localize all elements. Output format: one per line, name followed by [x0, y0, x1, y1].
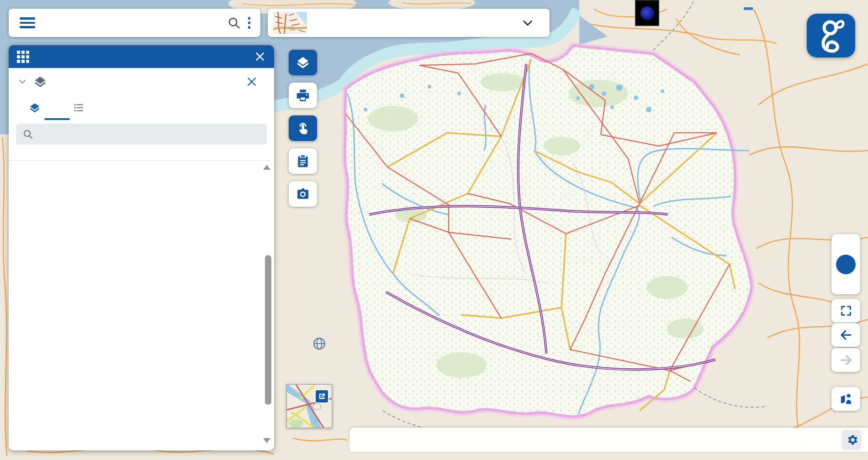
geoportal-watermark [744, 7, 753, 10]
search-icon [22, 129, 33, 140]
fullscreen-button[interactable] [831, 299, 860, 323]
gear-icon [845, 434, 858, 446]
geoportal-logo[interactable] [807, 14, 855, 58]
scrollbar-thumb[interactable] [265, 255, 271, 405]
map-toolbar [289, 50, 317, 207]
zoom-level-badge [836, 255, 856, 274]
scrollbar-up-icon[interactable] [263, 165, 270, 170]
apps-grid-icon[interactable] [17, 51, 29, 63]
panel-tabs [9, 95, 274, 120]
status-bar [349, 428, 868, 452]
close-panel-icon[interactable] [254, 51, 266, 63]
search-input[interactable] [48, 16, 227, 30]
tab-warstwy[interactable] [29, 95, 46, 120]
panel-header [9, 45, 274, 68]
open-minimap-icon[interactable] [316, 390, 328, 402]
search-bar [9, 9, 260, 37]
previous-view-button[interactable] [831, 323, 860, 347]
touch-pointer-icon [296, 121, 310, 136]
geoportal-g-icon [813, 17, 849, 54]
layers-icon [296, 55, 310, 70]
geoportal-app [0, 0, 868, 460]
arrow-left-icon [839, 328, 853, 342]
layers-icon [33, 75, 47, 89]
menu-icon[interactable] [20, 15, 35, 31]
tab-legenda[interactable] [73, 95, 90, 120]
zoom-widget [831, 234, 860, 294]
next-view-button[interactable] [831, 348, 860, 372]
map-content-section [9, 68, 274, 95]
cuzk-watermark [312, 337, 329, 350]
settings-button[interactable] [842, 430, 862, 450]
theme-selector[interactable] [268, 9, 550, 37]
layers-icon [29, 102, 41, 114]
external-link-icon [318, 392, 326, 400]
layer-search [16, 124, 267, 145]
legend-list-icon [73, 102, 85, 114]
layer-tree [9, 160, 274, 450]
street-view-button[interactable] [831, 387, 860, 411]
tools-panel [9, 45, 274, 450]
globe-icon [312, 337, 326, 350]
layer-search-input[interactable] [39, 128, 260, 140]
print-button[interactable] [289, 83, 317, 108]
clipboard-icon [296, 154, 310, 168]
printer-icon [296, 88, 310, 103]
scrollbar-down-icon[interactable] [263, 438, 270, 443]
screenshot-button[interactable] [289, 181, 317, 207]
clipboard-button[interactable] [289, 148, 317, 174]
close-section-icon[interactable] [246, 76, 258, 88]
search-options-icon[interactable] [248, 17, 251, 29]
minimap-preview[interactable] [286, 384, 332, 428]
street-view-pegman-icon [839, 392, 853, 406]
map-dark-thumbnail [635, 0, 659, 26]
chevron-down-icon[interactable] [17, 76, 28, 87]
arrow-right-icon [839, 353, 853, 367]
theme-thumbnail [273, 12, 307, 34]
chevron-down-icon[interactable] [521, 16, 534, 29]
camera-icon [296, 187, 310, 201]
globe-night-icon [640, 6, 654, 20]
fullscreen-icon [840, 304, 852, 317]
search-icon[interactable] [227, 16, 241, 30]
layers-button[interactable] [289, 50, 317, 75]
select-touch-button[interactable] [289, 115, 317, 141]
